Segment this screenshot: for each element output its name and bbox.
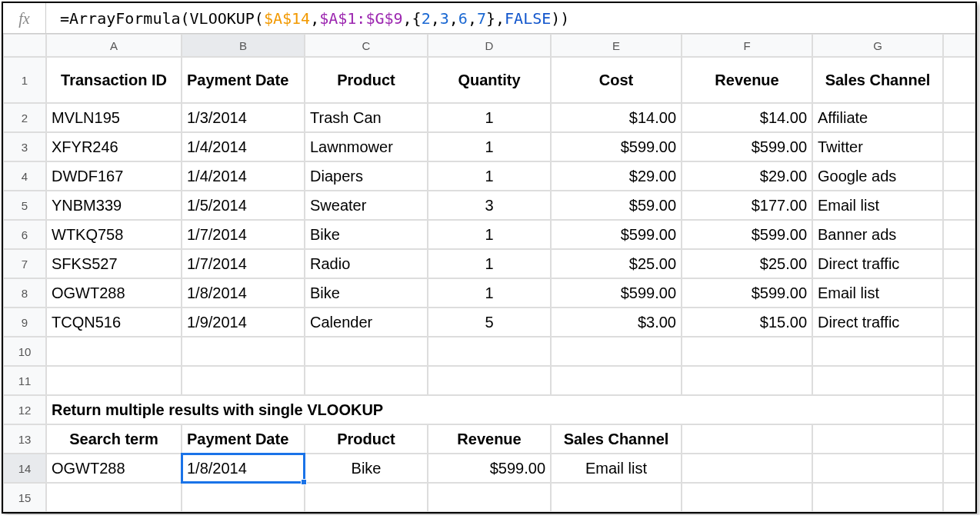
cell-quantity[interactable]: 1 bbox=[428, 249, 551, 278]
cell-payment-date[interactable]: 1/7/2014 bbox=[182, 220, 305, 249]
cell-quantity[interactable]: 1 bbox=[428, 220, 551, 249]
cell-empty[interactable] bbox=[943, 278, 975, 308]
cell-product[interactable]: Sweater bbox=[305, 191, 428, 220]
col-header-D[interactable]: D bbox=[428, 34, 551, 57]
lookup-search-term[interactable]: OGWT288 bbox=[46, 454, 182, 483]
cell-transaction-id[interactable]: OGWT288 bbox=[46, 278, 182, 308]
selected-cell-b14[interactable]: 1/8/2014 bbox=[182, 454, 305, 483]
cell-quantity[interactable]: 1 bbox=[428, 103, 551, 132]
cell-empty[interactable] bbox=[943, 220, 975, 249]
cell-revenue[interactable]: $14.00 bbox=[682, 103, 812, 132]
col-header-B[interactable]: B bbox=[182, 34, 305, 57]
cell-quantity[interactable]: 1 bbox=[428, 278, 551, 308]
cell-empty[interactable] bbox=[182, 337, 305, 366]
cell-product[interactable]: Radio bbox=[305, 249, 428, 278]
cell-channel[interactable]: Google ads bbox=[812, 161, 943, 191]
row-header-5[interactable]: 5 bbox=[3, 191, 46, 220]
cell-empty[interactable] bbox=[305, 483, 428, 512]
cell-empty[interactable] bbox=[682, 337, 812, 366]
cell-payment-date[interactable]: 1/4/2014 bbox=[182, 161, 305, 191]
cell-empty[interactable] bbox=[551, 366, 682, 395]
cell-revenue[interactable]: $599.00 bbox=[682, 220, 812, 249]
cell-empty[interactable] bbox=[182, 483, 305, 512]
cell-transaction-id[interactable]: DWDF167 bbox=[46, 161, 182, 191]
cell-product[interactable]: Bike bbox=[305, 278, 428, 308]
row-header-6[interactable]: 6 bbox=[3, 220, 46, 249]
cell-product[interactable]: Bike bbox=[305, 220, 428, 249]
row-header-2[interactable]: 2 bbox=[3, 103, 46, 132]
cell-payment-date[interactable]: 1/8/2014 bbox=[182, 278, 305, 308]
cell-empty[interactable] bbox=[305, 366, 428, 395]
cell-empty[interactable] bbox=[943, 395, 975, 424]
cell-empty[interactable] bbox=[943, 337, 975, 366]
col-header-C[interactable]: C bbox=[305, 34, 428, 57]
cell-channel[interactable]: Email list bbox=[812, 278, 943, 308]
cell-transaction-id[interactable]: SFKS527 bbox=[46, 249, 182, 278]
cell-transaction-id[interactable]: TCQN516 bbox=[46, 308, 182, 337]
lookup-product[interactable]: Bike bbox=[305, 454, 428, 483]
row-header-7[interactable]: 7 bbox=[3, 249, 46, 278]
cell-quantity[interactable]: 1 bbox=[428, 161, 551, 191]
cell-product[interactable]: Diapers bbox=[305, 161, 428, 191]
select-all-corner[interactable] bbox=[3, 34, 46, 57]
cell-empty[interactable] bbox=[812, 454, 943, 483]
cell-revenue[interactable]: $599.00 bbox=[682, 278, 812, 308]
cell-payment-date[interactable]: 1/9/2014 bbox=[182, 308, 305, 337]
cell-quantity[interactable]: 5 bbox=[428, 308, 551, 337]
cell-cost[interactable]: $59.00 bbox=[551, 191, 682, 220]
cell-payment-date[interactable]: 1/7/2014 bbox=[182, 249, 305, 278]
cell-revenue[interactable]: $599.00 bbox=[682, 132, 812, 161]
row-header-1[interactable]: 1 bbox=[3, 57, 46, 103]
cell-cost[interactable]: $29.00 bbox=[551, 161, 682, 191]
cell-revenue[interactable]: $25.00 bbox=[682, 249, 812, 278]
cell-cost[interactable]: $14.00 bbox=[551, 103, 682, 132]
cell-revenue[interactable]: $29.00 bbox=[682, 161, 812, 191]
cell-empty[interactable] bbox=[551, 483, 682, 512]
cell-product[interactable]: Lawnmower bbox=[305, 132, 428, 161]
cell-empty[interactable] bbox=[682, 366, 812, 395]
col-header-F[interactable]: F bbox=[682, 34, 812, 57]
cell-product[interactable]: Trash Can bbox=[305, 103, 428, 132]
cell-quantity[interactable]: 3 bbox=[428, 191, 551, 220]
cell-empty[interactable] bbox=[46, 483, 182, 512]
cell-transaction-id[interactable]: MVLN195 bbox=[46, 103, 182, 132]
col-header-E[interactable]: E bbox=[551, 34, 682, 57]
cell-empty[interactable] bbox=[943, 191, 975, 220]
cell-empty[interactable] bbox=[812, 366, 943, 395]
row-header-14[interactable]: 14 bbox=[3, 454, 46, 483]
cell-empty[interactable] bbox=[943, 249, 975, 278]
cell-cost[interactable]: $3.00 bbox=[551, 308, 682, 337]
cell-transaction-id[interactable]: WTKQ758 bbox=[46, 220, 182, 249]
row-header-9[interactable]: 9 bbox=[3, 308, 46, 337]
row-header-10[interactable]: 10 bbox=[3, 337, 46, 366]
row-header-11[interactable]: 11 bbox=[3, 366, 46, 395]
fx-icon[interactable]: fx bbox=[3, 3, 46, 33]
row-header-8[interactable]: 8 bbox=[3, 278, 46, 308]
cell-empty[interactable] bbox=[812, 483, 943, 512]
row-header-13[interactable]: 13 bbox=[3, 424, 46, 454]
cell-transaction-id[interactable]: YNBM339 bbox=[46, 191, 182, 220]
cell-payment-date[interactable]: 1/4/2014 bbox=[182, 132, 305, 161]
cell-empty[interactable] bbox=[305, 337, 428, 366]
cell-channel[interactable]: Direct traffic bbox=[812, 249, 943, 278]
cell-empty[interactable] bbox=[943, 483, 975, 512]
cell-cost[interactable]: $599.00 bbox=[551, 220, 682, 249]
cell-channel[interactable]: Affiliate bbox=[812, 103, 943, 132]
row-header-4[interactable]: 4 bbox=[3, 161, 46, 191]
formula-input[interactable]: =ArrayFormula(VLOOKUP($A$14,$A$1:$G$9,{2… bbox=[46, 9, 569, 28]
cell-empty[interactable] bbox=[428, 366, 551, 395]
cell-empty[interactable] bbox=[46, 337, 182, 366]
row-header-15[interactable]: 15 bbox=[3, 483, 46, 512]
cell-payment-date[interactable]: 1/5/2014 bbox=[182, 191, 305, 220]
col-header-A[interactable]: A bbox=[46, 34, 182, 57]
cell-empty[interactable] bbox=[551, 337, 682, 366]
cell-empty[interactable] bbox=[682, 424, 812, 454]
cell-cost[interactable]: $25.00 bbox=[551, 249, 682, 278]
cell-empty[interactable] bbox=[428, 483, 551, 512]
cell-revenue[interactable]: $15.00 bbox=[682, 308, 812, 337]
cell-empty[interactable] bbox=[943, 308, 975, 337]
cell-empty[interactable] bbox=[943, 103, 975, 132]
cell-channel[interactable]: Banner ads bbox=[812, 220, 943, 249]
cell-quantity[interactable]: 1 bbox=[428, 132, 551, 161]
cell-empty[interactable] bbox=[46, 366, 182, 395]
